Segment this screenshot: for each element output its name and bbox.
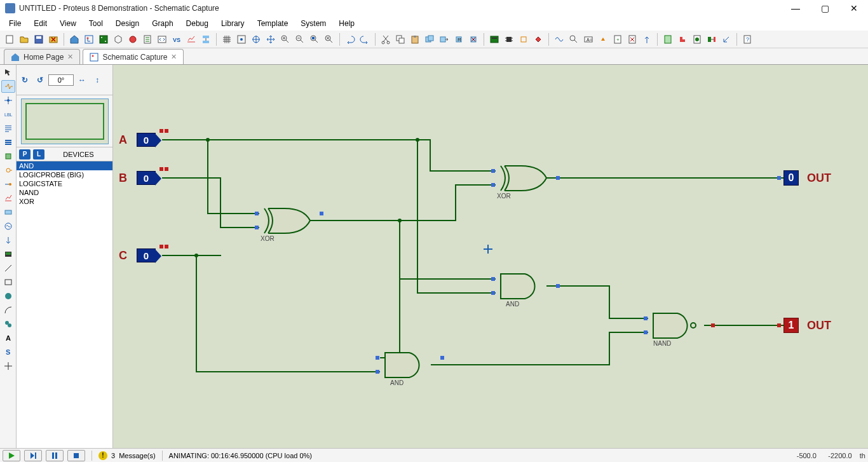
minimize-button[interactable]: —: [787, 3, 804, 13]
libraries-button[interactable]: L: [33, 149, 44, 160]
bus-mode-button[interactable]: [1, 136, 15, 149]
component-mode-button[interactable]: [1, 80, 15, 93]
pick-parts-button[interactable]: P: [19, 149, 31, 160]
circle-mode-button[interactable]: [1, 290, 15, 302]
mirror-h-button[interactable]: ↔: [75, 74, 89, 86]
zoom-in-button[interactable]: [278, 32, 292, 46]
pcb-button[interactable]: [97, 32, 111, 46]
graph-button[interactable]: [184, 32, 198, 46]
pick-button[interactable]: [487, 32, 501, 46]
menu-tool[interactable]: Tool: [83, 18, 109, 29]
sim-step-button[interactable]: [24, 450, 42, 461]
vsm-button[interactable]: VS: [170, 32, 184, 46]
tab-home-page[interactable]: Home Page ✕: [4, 49, 80, 64]
tab-close-icon[interactable]: ✕: [171, 53, 177, 61]
decompose-button[interactable]: [531, 32, 545, 46]
logicstate-c[interactable]: 0: [137, 248, 156, 262]
pan-button[interactable]: [264, 32, 278, 46]
gate-and2[interactable]: [380, 351, 434, 379]
device-item-logicprobe[interactable]: LOGICPROBE (BIG): [17, 170, 112, 179]
rotate-ccw-button[interactable]: ↺: [33, 74, 47, 86]
sim-pause-button[interactable]: [46, 450, 64, 461]
configure-power-button[interactable]: [596, 32, 610, 46]
maximize-button[interactable]: ▢: [816, 3, 834, 13]
logicprobe-out2[interactable]: 1: [783, 318, 799, 333]
logicstate-b[interactable]: 0: [137, 171, 156, 185]
erc-button[interactable]: [675, 32, 689, 46]
graph-mode-button[interactable]: [1, 192, 15, 205]
path-mode-button[interactable]: [1, 318, 15, 330]
tab-schematic-capture[interactable]: Schematic Capture ✕: [83, 49, 184, 64]
gate-xor1[interactable]: [259, 207, 313, 235]
3d-button[interactable]: [111, 32, 125, 46]
code-button[interactable]: [155, 32, 169, 46]
symbol-mode-button[interactable]: S: [1, 346, 15, 358]
zoom-fit-button[interactable]: [308, 32, 322, 46]
gate-and1[interactable]: [496, 272, 550, 301]
device-item-nand[interactable]: NAND: [17, 188, 112, 197]
gate-xor2[interactable]: [496, 164, 550, 193]
exit-to-parent-button[interactable]: [640, 32, 654, 46]
text-script-mode-button[interactable]: [1, 122, 15, 135]
device-item-xor[interactable]: XOR: [17, 197, 112, 206]
device-item-and[interactable]: AND: [17, 161, 112, 170]
device-pin-mode-button[interactable]: [1, 178, 15, 191]
sim-play-button[interactable]: [3, 450, 20, 461]
messages-count[interactable]: 3: [111, 452, 115, 459]
tape-recorder-mode-button[interactable]: [1, 206, 15, 219]
menu-help[interactable]: Help: [332, 18, 361, 29]
home-button[interactable]: [67, 32, 81, 46]
zoom-area-button[interactable]: [322, 32, 336, 46]
menu-file[interactable]: File: [3, 18, 27, 29]
rotate-cw-button[interactable]: ↻: [18, 74, 32, 86]
logicstate-a[interactable]: 0: [137, 133, 156, 147]
selection-mode-button[interactable]: [1, 66, 15, 79]
new-sheet-button[interactable]: +: [611, 32, 625, 46]
block-move-button[interactable]: [437, 32, 451, 46]
new-button[interactable]: [3, 32, 17, 46]
box-mode-button[interactable]: [1, 276, 15, 289]
block-delete-button[interactable]: [466, 32, 480, 46]
mirror-v-button[interactable]: ↕: [90, 74, 104, 86]
menu-graph[interactable]: Graph: [146, 18, 179, 29]
make-device-button[interactable]: [502, 32, 516, 46]
menu-view[interactable]: View: [53, 18, 83, 29]
zoom-out-button[interactable]: [293, 32, 307, 46]
wire-label-mode-button[interactable]: LBL: [1, 108, 15, 121]
menu-design[interactable]: Design: [109, 18, 146, 29]
save-button[interactable]: [32, 32, 46, 46]
sim-stop-button[interactable]: [67, 450, 85, 461]
overview-panel[interactable]: [17, 95, 112, 147]
junction-mode-button[interactable]: [1, 94, 15, 107]
schematic-button[interactable]: [82, 32, 96, 46]
instrument-mode-button[interactable]: [1, 248, 15, 261]
device-item-logicstate[interactable]: LOGICSTATE: [17, 179, 112, 188]
messages-icon[interactable]: !: [98, 451, 107, 460]
property-assign-button[interactable]: A=: [581, 32, 595, 46]
menu-edit[interactable]: Edit: [27, 18, 53, 29]
menu-library[interactable]: Library: [215, 18, 251, 29]
marker-mode-button[interactable]: [1, 360, 15, 372]
back-annotate-button[interactable]: [719, 32, 733, 46]
subcircuit-mode-button[interactable]: [1, 150, 15, 163]
redo-button[interactable]: [358, 32, 372, 46]
search-button[interactable]: [567, 32, 581, 46]
wire-autoroute-button[interactable]: [552, 32, 566, 46]
netlist-compile-button[interactable]: [690, 32, 704, 46]
menu-debug[interactable]: Debug: [180, 18, 215, 29]
close-button[interactable]: ✕: [845, 3, 863, 13]
cut-button[interactable]: [379, 32, 393, 46]
netlist-to-ares-button[interactable]: [705, 32, 719, 46]
block-copy-button[interactable]: [423, 32, 437, 46]
undo-button[interactable]: [343, 32, 357, 46]
schematic-canvas[interactable]: A B C 0 0 0: [113, 65, 868, 448]
gerber-button[interactable]: [126, 32, 140, 46]
gate-nand[interactable]: [648, 311, 709, 340]
messages-label[interactable]: Message(s): [119, 452, 155, 459]
close-project-button[interactable]: [46, 32, 60, 46]
package-button[interactable]: [517, 32, 531, 46]
tab-close-icon[interactable]: ✕: [67, 53, 73, 61]
generator-mode-button[interactable]: [1, 220, 15, 233]
text-mode-button[interactable]: A: [1, 332, 15, 344]
logicprobe-out1[interactable]: 0: [783, 170, 799, 186]
